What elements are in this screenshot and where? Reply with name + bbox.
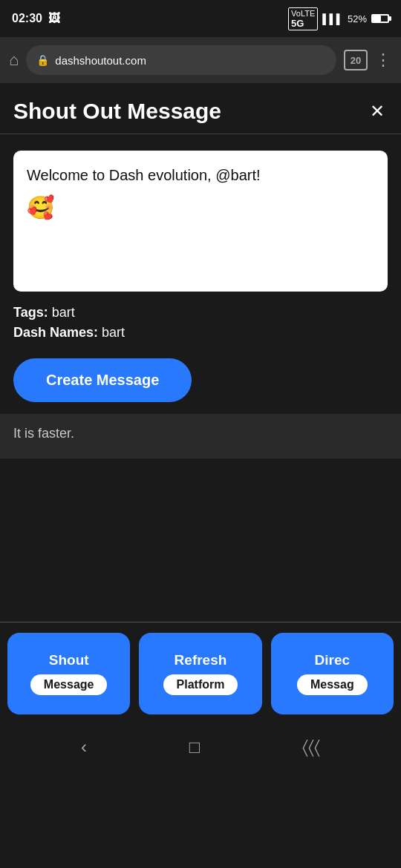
direct-message-button[interactable]: Direc Messag bbox=[271, 633, 394, 714]
address-bar[interactable]: 🔒 dashshoutout.com bbox=[26, 45, 336, 75]
photo-icon: 🖼 bbox=[48, 12, 60, 25]
refresh-top-label: Refresh bbox=[175, 652, 227, 668]
tab-count[interactable]: 20 bbox=[344, 50, 368, 70]
dashnames-line: Dash Names: bart bbox=[13, 325, 388, 341]
dashnames-value: bart bbox=[102, 325, 125, 340]
main-content: Shout Out Message ✕ Welcome to Dash evol… bbox=[0, 83, 401, 622]
message-area: Welcome to Dash evolution, @bart! 🥰 bbox=[0, 134, 401, 292]
menu-dots-icon[interactable]: ⋮ bbox=[375, 50, 392, 70]
time-display: 02:30 bbox=[12, 12, 42, 25]
message-emoji: 🥰 bbox=[27, 191, 374, 224]
recents-nav-icon[interactable]: 〈〈〈 bbox=[302, 737, 320, 757]
tags-label: Tags: bbox=[13, 305, 48, 320]
status-left: 02:30 🖼 bbox=[12, 12, 60, 25]
close-button[interactable]: ✕ bbox=[367, 98, 388, 125]
dashnames-label: Dash Names: bbox=[13, 325, 98, 340]
status-right: VoLTE5G ▌▌▌ 52% bbox=[288, 7, 389, 30]
battery-icon bbox=[371, 14, 389, 23]
lock-icon: 🔒 bbox=[36, 54, 49, 66]
url-text: dashshoutout.com bbox=[55, 54, 146, 67]
nav-bar: ‹ □ 〈〈〈 bbox=[0, 725, 401, 769]
tags-section: Tags: bart Dash Names: bart bbox=[0, 292, 401, 341]
faster-text: It is faster. bbox=[13, 426, 74, 441]
shout-bottom-label: Message bbox=[30, 674, 108, 695]
btn-area: Create Message bbox=[0, 341, 401, 414]
browser-bar: ⌂ 🔒 dashshoutout.com 20 ⋮ bbox=[0, 37, 401, 83]
bottom-buttons: Shout Message Refresh Platform Direc Mes… bbox=[0, 622, 401, 725]
faster-area: It is faster. bbox=[0, 414, 401, 458]
refresh-bottom-label: Platform bbox=[163, 674, 238, 695]
home-nav-icon[interactable]: □ bbox=[189, 737, 200, 757]
message-text-line1: Welcome to Dash evolution, @bart! bbox=[27, 164, 374, 186]
shout-message-button[interactable]: Shout Message bbox=[7, 633, 130, 714]
page-title: Shout Out Message bbox=[13, 99, 221, 124]
home-icon[interactable]: ⌂ bbox=[9, 50, 19, 70]
signal-icon: ▌▌▌ bbox=[322, 13, 343, 24]
message-textarea[interactable]: Welcome to Dash evolution, @bart! 🥰 bbox=[13, 151, 388, 292]
create-message-button[interactable]: Create Message bbox=[13, 358, 192, 402]
tags-line: Tags: bart bbox=[13, 305, 388, 320]
refresh-platform-button[interactable]: Refresh Platform bbox=[139, 633, 261, 714]
status-bar: 02:30 🖼 VoLTE5G ▌▌▌ 52% bbox=[0, 0, 401, 37]
battery-percent: 52% bbox=[348, 13, 367, 24]
page-header: Shout Out Message ✕ bbox=[0, 83, 401, 134]
direct-bottom-label: Messag bbox=[297, 674, 368, 695]
shout-top-label: Shout bbox=[49, 652, 89, 668]
tags-value: bart bbox=[52, 305, 75, 320]
empty-space bbox=[0, 458, 401, 622]
back-nav-icon[interactable]: ‹ bbox=[81, 737, 87, 757]
direct-top-label: Direc bbox=[315, 652, 351, 668]
network-icon: VoLTE5G bbox=[288, 7, 318, 30]
